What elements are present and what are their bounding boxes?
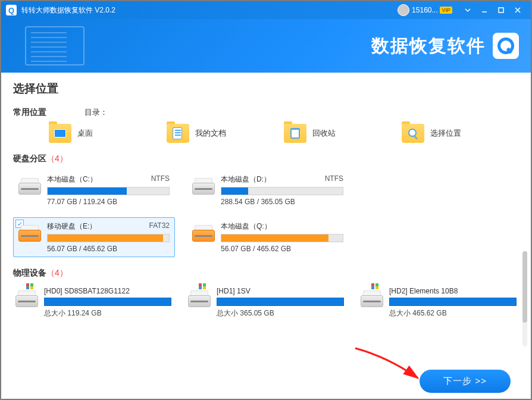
username-label: 15160...	[412, 6, 437, 14]
partitions-heading: 硬盘分区（4）	[13, 154, 519, 164]
partition-e[interactable]: ✓ 移动硬盘（E:）FAT32 56.07 GB / 465.62 GB	[13, 217, 175, 257]
physical-device-hd1[interactable]: [HD1] 1SV 总大小 365.05 GB	[186, 285, 346, 321]
page-title: 选择位置	[13, 81, 519, 96]
partition-size: 288.54 GB / 365.05 GB	[221, 198, 343, 206]
window-title: 转转大师数据恢复软件 V2.0.2	[21, 5, 398, 15]
close-button[interactable]	[509, 1, 526, 19]
dropdown-button[interactable]	[459, 1, 476, 19]
avatar-icon	[398, 4, 409, 16]
user-account[interactable]: 15160... VIP	[398, 4, 452, 16]
usage-bar	[47, 234, 170, 242]
common-locations-row: 桌面 我的文档 回收站 选择位置	[13, 124, 519, 143]
physical-devices-list: [HD0] SD8SBAT128G1122 总大小 119.24 GB [HD1…	[13, 285, 519, 321]
next-button[interactable]: 下一步 >>	[420, 370, 511, 393]
usage-bar	[47, 187, 170, 195]
common-item-label: 回收站	[312, 128, 336, 139]
common-item-label: 选择位置	[430, 128, 461, 139]
partition-name: 本地磁盘（D:）	[221, 174, 271, 185]
folder-documents-icon	[167, 124, 189, 143]
physical-device-size: 总大小 365.05 GB	[217, 308, 344, 318]
disk-icon	[192, 176, 215, 195]
partition-fs: NTFS	[325, 174, 343, 185]
disk-icon	[188, 288, 211, 307]
partition-name: 移动硬盘（E:）	[47, 221, 96, 232]
partition-size: 56.07 GB / 465.62 GB	[47, 245, 170, 253]
brand-logo-icon	[493, 33, 519, 59]
folder-recycle-icon	[284, 124, 306, 143]
partitions-scrollbar[interactable]	[522, 251, 527, 346]
usage-bar	[217, 298, 344, 306]
common-item-label: 我的文档	[195, 128, 226, 139]
header-banner: 数据恢复软件	[1, 19, 531, 73]
partition-fs: NTFS	[151, 174, 170, 185]
partitions-list: 本地磁盘（C:）NTFS 77.07 GB / 119.24 GB 本地磁盘（D…	[13, 170, 519, 257]
disk-icon	[15, 288, 38, 307]
brand-title: 数据恢复软件	[371, 34, 486, 58]
physical-devices-heading: 物理设备（4）	[13, 268, 519, 279]
physical-device-name: [HD1] 1SV	[217, 287, 344, 295]
physical-device-hd2[interactable]: [HD2] Elements 10B8 总大小 465.62 GB	[358, 285, 519, 321]
folder-desktop-icon	[49, 124, 71, 143]
app-logo-icon: Q	[6, 5, 17, 15]
disk-icon	[18, 223, 41, 242]
directory-label: 目录：	[85, 107, 108, 118]
partition-name: 本地磁盘（C:）	[47, 174, 97, 185]
folder-browse-icon	[402, 124, 424, 143]
footer: 下一步 >>	[1, 363, 531, 399]
usage-bar	[389, 298, 517, 306]
disk-icon	[18, 176, 41, 195]
usage-bar	[221, 187, 343, 195]
svg-rect-0	[499, 8, 503, 12]
disk-icon	[192, 223, 215, 242]
partition-name: 本地磁盘（Q:）	[221, 221, 271, 232]
header-decoration-icon	[25, 26, 85, 65]
common-item-documents[interactable]: 我的文档	[167, 124, 284, 143]
disk-icon	[361, 288, 383, 307]
usage-bar	[221, 234, 343, 242]
physical-device-hd0[interactable]: [HD0] SD8SBAT128G1122 总大小 119.24 GB	[13, 285, 174, 321]
partition-q[interactable]: 本地磁盘（Q:） 56.07 GB / 465.62 GB	[187, 217, 349, 257]
common-item-label: 桌面	[77, 128, 93, 139]
usage-bar	[44, 298, 171, 306]
common-item-recycle[interactable]: 回收站	[284, 124, 402, 143]
physical-device-name: [HD2] Elements 10B8	[389, 287, 517, 295]
maximize-button[interactable]	[493, 1, 509, 19]
common-locations-heading: 常用位置 目录：	[13, 107, 519, 118]
common-item-desktop[interactable]: 桌面	[49, 124, 167, 143]
vip-badge: VIP	[440, 7, 452, 14]
physical-device-size: 总大小 119.24 GB	[44, 308, 171, 318]
partition-size: 56.07 GB / 465.62 GB	[221, 245, 343, 253]
partition-fs: FAT32	[149, 221, 170, 232]
common-item-browse[interactable]: 选择位置	[402, 124, 520, 143]
titlebar: Q 转转大师数据恢复软件 V2.0.2 15160... VIP	[1, 1, 531, 19]
partition-size: 77.07 GB / 119.24 GB	[47, 198, 170, 206]
physical-device-name: [HD0] SD8SBAT128G1122	[44, 287, 171, 295]
main-content: 选择位置 常用位置 目录： 桌面 我的文档 回收站 选择位置	[1, 73, 531, 363]
partition-d[interactable]: 本地磁盘（D:）NTFS 288.54 GB / 365.05 GB	[187, 170, 349, 210]
minimize-button[interactable]	[476, 1, 493, 19]
physical-device-size: 总大小 465.62 GB	[389, 308, 517, 318]
partition-c[interactable]: 本地磁盘（C:）NTFS 77.07 GB / 119.24 GB	[13, 170, 175, 210]
app-window: Q 转转大师数据恢复软件 V2.0.2 15160... VIP 数据恢复软件 …	[1, 1, 531, 399]
